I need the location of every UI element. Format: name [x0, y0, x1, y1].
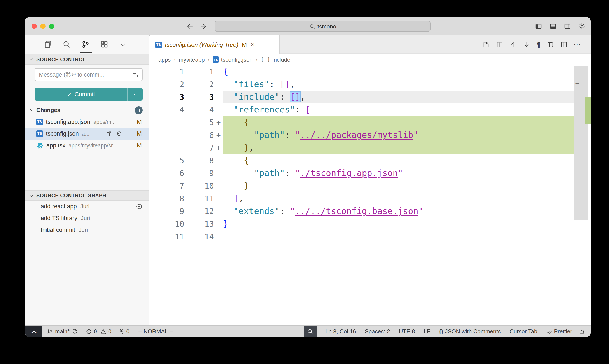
code-line[interactable]: 44 "references": [: [150, 103, 574, 116]
code-line[interactable]: 1013}: [150, 217, 574, 230]
toggle-panel-icon[interactable]: [549, 23, 557, 30]
breadcrumb-item[interactable]: myviteapp: [179, 56, 205, 63]
code-line[interactable]: 6+ "path": "../../packages/mytslib": [150, 129, 574, 141]
split-editor-icon[interactable]: [560, 41, 568, 48]
close-window-button[interactable]: [31, 24, 37, 29]
goto-commit-icon[interactable]: [136, 203, 143, 210]
ports-status-item[interactable]: 0: [118, 328, 129, 335]
cursor-position-item[interactable]: Ln 3, Col 16: [325, 328, 356, 335]
changed-file-row[interactable]: TS tsconfig.app.json apps/m... M: [25, 116, 149, 128]
code-line[interactable]: 710 }: [150, 179, 574, 192]
eol-item[interactable]: LF: [424, 328, 430, 335]
new-line-number: 1: [188, 65, 223, 78]
code-line-added[interactable]: },: [223, 141, 574, 154]
source-control-icon[interactable]: [81, 40, 90, 49]
code-line[interactable]: 58 {: [150, 154, 574, 167]
command-center-search[interactable]: tsmono: [215, 21, 430, 32]
commit-dropdown-button[interactable]: [128, 88, 143, 101]
toggle-secondary-sidebar-icon[interactable]: [564, 23, 571, 30]
scrollbar-thumb[interactable]: [574, 66, 588, 220]
search-view-icon[interactable]: [63, 40, 71, 49]
code-line-content[interactable]: }: [223, 217, 574, 230]
next-change-icon[interactable]: [523, 41, 530, 48]
problems-status-item[interactable]: 0 0: [86, 328, 112, 335]
breadcrumb-item[interactable]: TS tsconfig.json: [213, 56, 253, 63]
commit-button[interactable]: ✓ Commit: [35, 88, 143, 101]
titlebar-actions: [535, 23, 585, 30]
discard-changes-icon[interactable]: [116, 130, 122, 137]
code-line-content[interactable]: "references": [: [223, 103, 574, 116]
remote-indicator[interactable]: ><: [25, 326, 42, 337]
forward-icon[interactable]: [199, 22, 207, 30]
commit-row[interactable]: add TS library Juri: [25, 212, 149, 224]
breadcrumb-item[interactable]: [ ] include: [261, 56, 290, 63]
map-icon[interactable]: [547, 41, 554, 48]
file-link[interactable]: ../../packages/mytslib: [300, 130, 413, 140]
extensions-icon[interactable]: [100, 40, 108, 49]
indentation-item[interactable]: Spaces: 2: [365, 328, 390, 335]
compare-editors-icon[interactable]: [496, 41, 503, 48]
notifications-bell[interactable]: [579, 328, 585, 335]
code-line-content[interactable]: "include": [],: [223, 91, 574, 103]
file-link[interactable]: ./tsconfig.app.json: [300, 168, 398, 178]
selected-text: []: [290, 92, 300, 102]
code-line[interactable]: 912 "extends": "../../tsconfig.base.json…: [150, 205, 574, 217]
graph-header-label: SOURCE CONTROL GRAPH: [36, 193, 106, 198]
code-line-content[interactable]: ],: [223, 192, 574, 205]
code-line[interactable]: 811 ],: [150, 192, 574, 205]
code-line[interactable]: 69 "path": "./tsconfig.app.json": [150, 167, 574, 179]
minimize-window-button[interactable]: [40, 24, 46, 29]
code-line-added[interactable]: {: [223, 116, 574, 129]
code-editor[interactable]: 11{22 "files": [],33 "include": [],44 "r…: [150, 65, 574, 243]
open-changes-icon[interactable]: [482, 41, 490, 48]
code-line-content[interactable]: [223, 230, 574, 243]
changed-file-row[interactable]: app.tsx apps/myviteapp/sr... M: [25, 140, 149, 151]
close-tab-icon[interactable]: ×: [251, 41, 255, 48]
commit-row[interactable]: add react app Juri: [25, 200, 149, 212]
code-line[interactable]: 7+ },: [150, 141, 574, 154]
code-line[interactable]: 11{: [150, 65, 574, 78]
code-line-content[interactable]: "path": "./tsconfig.app.json": [223, 167, 574, 179]
file-link[interactable]: ../../tsconfig.base.json: [295, 206, 418, 216]
code-line-content[interactable]: {: [223, 65, 574, 78]
code-line[interactable]: 22 "files": [],: [150, 78, 574, 91]
formatter-item[interactable]: Prettier: [546, 328, 572, 335]
commit-row[interactable]: Initial commit Juri: [25, 224, 149, 236]
zoom-status-item[interactable]: [303, 326, 317, 337]
encoding-item[interactable]: UTF-8: [399, 328, 415, 335]
sparkle-icon[interactable]: [132, 71, 139, 78]
changed-file-row-selected[interactable]: TS tsconfig.json a... M: [25, 128, 149, 140]
whitespace-toggle-icon[interactable]: ¶: [537, 41, 540, 48]
more-actions-icon[interactable]: ···: [574, 41, 581, 48]
changes-section-header[interactable]: Changes 3: [25, 104, 149, 116]
breadcrumb-item[interactable]: apps: [158, 56, 171, 63]
branch-status-item[interactable]: main*: [47, 328, 78, 335]
tab-tsconfig-working-tree[interactable]: TS tsconfig.json (Working Tree) M ×: [150, 35, 280, 54]
code-line[interactable]: 5+ {: [150, 116, 574, 129]
open-file-icon[interactable]: [106, 130, 112, 137]
explorer-icon[interactable]: [44, 40, 52, 49]
previous-change-icon[interactable]: [510, 41, 517, 48]
stage-changes-icon[interactable]: [126, 130, 132, 137]
toggle-sidebar-icon[interactable]: [535, 23, 542, 30]
code-line-content[interactable]: "extends": "../../tsconfig.base.json": [223, 205, 574, 217]
code-line-content[interactable]: {: [223, 154, 574, 167]
commit-author: Juri: [80, 203, 90, 209]
commit-message-input[interactable]: [35, 68, 143, 81]
more-views-chevron-icon[interactable]: [119, 41, 127, 48]
cursor-tab-item[interactable]: Cursor Tab: [510, 328, 537, 335]
source-control-section-header[interactable]: SOURCE CONTROL: [25, 54, 149, 65]
code-line[interactable]: 33 "include": [],: [150, 91, 574, 103]
minimap[interactable]: T: [574, 65, 591, 249]
code-line-content[interactable]: }: [223, 179, 574, 192]
zoom-window-button[interactable]: [49, 24, 54, 29]
language-mode-item[interactable]: {} JSON with Comments: [439, 328, 501, 335]
settings-gear-icon[interactable]: [578, 23, 585, 30]
code-line-added[interactable]: "path": "../../packages/mytslib": [223, 129, 574, 141]
code-line[interactable]: 1114: [150, 230, 574, 243]
old-line-number: 7: [150, 179, 188, 192]
source-control-graph-header[interactable]: SOURCE CONTROL GRAPH: [25, 190, 149, 201]
titlebar: tsmono: [25, 17, 591, 36]
code-line-content[interactable]: "files": [],: [223, 78, 574, 91]
back-icon[interactable]: [186, 22, 194, 30]
